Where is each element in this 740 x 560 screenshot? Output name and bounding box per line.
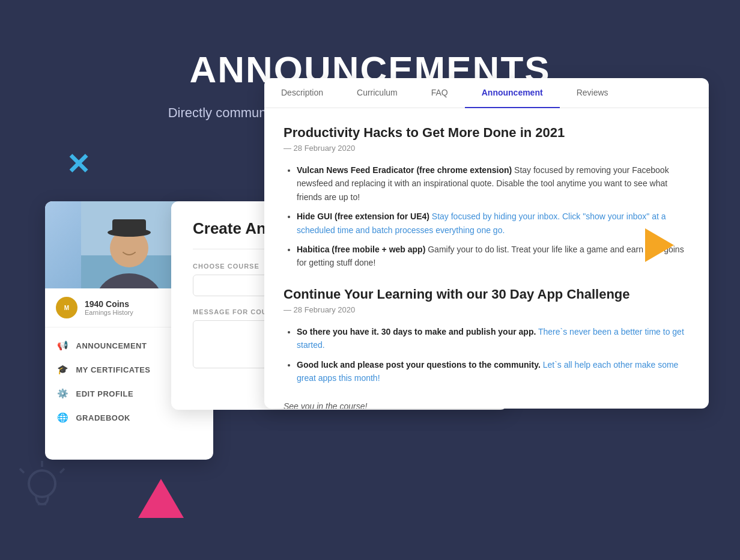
item-bold: Vulcan News Feed Eradicator (free chrome… (297, 165, 512, 175)
edit-profile-icon: ⚙️ (57, 388, 69, 399)
certificates-icon: 🎓 (57, 364, 69, 375)
item-bold: Good luck and please post your questions… (297, 360, 541, 370)
list-item: Habitica (free mobile + web app) Gamify … (297, 243, 690, 270)
svg-point-3 (29, 470, 55, 497)
close-button[interactable]: ✕ (66, 150, 90, 179)
tab-announcement[interactable]: Announcement (465, 78, 560, 108)
svg-line-7 (60, 469, 64, 473)
list-item: So there you have it. 30 days to make an… (297, 325, 690, 352)
announcement-1-list: Vulcan News Feed Eradicator (free chrome… (284, 163, 690, 270)
list-item: Vulcan News Feed Eradicator (free chrome… (297, 163, 690, 204)
svg-rect-13 (112, 219, 146, 234)
gradebook-icon: 🌐 (57, 412, 69, 423)
announcement-2-title: Continue Your Learning with our 30 Day A… (284, 287, 690, 302)
announcement-label: ANNOUNCEMENT (76, 341, 147, 350)
tab-curriculum[interactable]: Curriculum (340, 78, 414, 108)
lightbulb-decoration (12, 461, 72, 527)
item-bold: So there you have it. 30 days to make an… (297, 327, 536, 336)
announcement-2-closing: See you in the course! (284, 401, 690, 409)
announcement-content: Productivity Hacks to Get More Done in 2… (264, 108, 709, 409)
list-item: Hide GUI (free extension for UE4) Stay f… (297, 210, 690, 237)
tab-description[interactable]: Description (264, 78, 340, 108)
announcement-1-date: — 28 February 2020 (284, 144, 690, 153)
announcement-item-2: Continue Your Learning with our 30 Day A… (284, 287, 690, 409)
certificates-label: MY CERTIFICATES (76, 365, 151, 374)
announcement-panel: Description Curriculum FAQ Announcement … (264, 78, 709, 409)
avatar-image (81, 201, 177, 288)
play-triangle-icon (645, 228, 674, 262)
tab-bar: Description Curriculum FAQ Announcement … (264, 78, 709, 108)
coins-history: Earnings History (85, 309, 133, 316)
svg-text:M: M (64, 305, 69, 311)
tab-reviews[interactable]: Reviews (560, 78, 625, 108)
pink-triangle-icon (138, 479, 184, 518)
gradebook-label: GRADEBOOK (76, 413, 130, 422)
announcement-item-1: Productivity Hacks to Get More Done in 2… (284, 125, 690, 270)
list-item: Good luck and please post your questions… (297, 358, 690, 385)
coins-amount: 1940 Coins (85, 299, 133, 309)
item-bold: Hide GUI (free extension for UE4) (297, 212, 429, 221)
tab-faq[interactable]: FAQ (414, 78, 465, 108)
coin-icon: M (56, 297, 77, 318)
announcement-1-title: Productivity Hacks to Get More Done in 2… (284, 125, 690, 141)
announcement-icon: 📢 (57, 340, 69, 351)
edit-profile-label: EDIT PROFILE (76, 389, 134, 398)
announcement-2-list: So there you have it. 30 days to make an… (284, 325, 690, 385)
item-bold: Habitica (free mobile + web app) (297, 245, 425, 254)
announcement-2-date: — 28 February 2020 (284, 305, 690, 314)
svg-line-6 (20, 469, 24, 473)
